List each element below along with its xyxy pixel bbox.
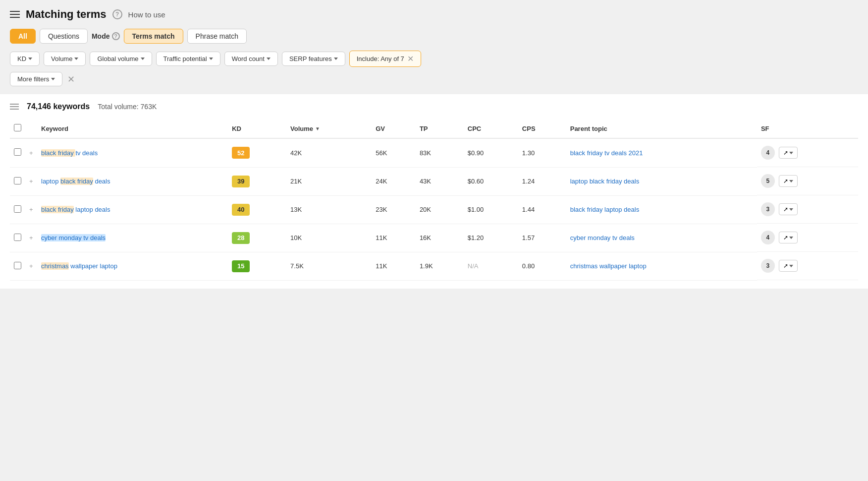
sf-cell: 4➚ xyxy=(757,224,858,252)
clear-filters-icon[interactable]: ✕ xyxy=(67,74,75,85)
sf-cell: 5➚ xyxy=(757,167,858,195)
trend-icon: ➚ xyxy=(783,234,788,241)
parent-topic-cell: cyber monday tv deals xyxy=(566,224,757,252)
filter-word-count[interactable]: Word count xyxy=(224,52,278,66)
chevron-down-icon xyxy=(789,208,793,211)
keyword-cell: cyber monday tv deals xyxy=(37,224,228,252)
filter-traffic-potential[interactable]: Traffic potential xyxy=(156,52,220,66)
help-icon[interactable]: ? xyxy=(112,9,122,19)
keyword-link[interactable]: black friday laptop deals xyxy=(41,206,110,213)
filter-global-volume[interactable]: Global volume xyxy=(90,52,152,66)
mode-help-icon[interactable]: ? xyxy=(112,32,120,40)
keyword-link[interactable]: christmas wallpaper laptop xyxy=(41,262,117,270)
sort-arrow-icon: ▼ xyxy=(315,126,320,131)
filter-volume[interactable]: Volume xyxy=(44,52,86,66)
parent-topic-link[interactable]: christmas wallpaper laptop xyxy=(570,262,647,270)
parent-topic-cell: laptop black friday deals xyxy=(566,167,757,195)
chevron-down-icon xyxy=(789,237,793,239)
cpc-cell: $0.60 xyxy=(464,167,518,195)
tab-terms-match[interactable]: Terms match xyxy=(124,29,183,44)
kd-cell: 52 xyxy=(228,138,286,167)
cps-cell: 1.30 xyxy=(518,138,566,167)
select-all-checkbox[interactable] xyxy=(14,124,21,131)
chevron-down-icon xyxy=(74,58,78,60)
how-to-use-link[interactable]: How to use xyxy=(128,10,165,19)
chevron-down-icon xyxy=(789,180,793,182)
sf-badge: 5 xyxy=(761,174,775,188)
cps-cell: 0.80 xyxy=(518,252,566,280)
col-header-gv: GV xyxy=(372,119,416,138)
gv-cell: 56K xyxy=(372,138,416,167)
trend-button[interactable]: ➚ xyxy=(779,260,798,272)
table-row: +christmas wallpaper laptop157.5K11K1.9K… xyxy=(10,252,858,280)
keywords-count: 74,146 keywords xyxy=(27,102,90,111)
cpc-cell: $1.00 xyxy=(464,195,518,224)
sf-badge: 3 xyxy=(761,259,775,273)
chevron-down-icon xyxy=(267,58,271,60)
parent-topic-link[interactable]: black friday laptop deals xyxy=(570,206,639,213)
cpc-cell: $1.20 xyxy=(464,224,518,252)
chevron-down-icon xyxy=(209,58,213,60)
col-header-keyword: Keyword xyxy=(37,119,228,138)
tp-cell: 16K xyxy=(416,224,464,252)
tab-phrase-match[interactable]: Phrase match xyxy=(187,29,247,44)
volume-cell: 21K xyxy=(286,167,372,195)
parent-topic-link[interactable]: laptop black friday deals xyxy=(570,178,639,185)
table-row: +black friday tv deals5242K56K83K$0.901.… xyxy=(10,138,858,167)
page-title: Matching terms xyxy=(26,8,107,21)
tab-questions[interactable]: Questions xyxy=(40,29,88,44)
sf-cell: 4➚ xyxy=(757,139,858,167)
close-icon[interactable]: ✕ xyxy=(407,54,414,63)
keyword-link[interactable]: black friday tv deals xyxy=(41,149,98,157)
trend-icon: ➚ xyxy=(783,149,788,156)
sf-cell: 3➚ xyxy=(757,252,858,280)
kd-cell: 40 xyxy=(228,195,286,224)
sf-badge: 3 xyxy=(761,202,775,216)
table-row: +cyber monday tv deals2810K11K16K$1.201.… xyxy=(10,224,858,252)
add-keyword-button[interactable]: + xyxy=(25,224,37,252)
add-keyword-button[interactable]: + xyxy=(25,195,37,224)
kd-cell: 15 xyxy=(228,252,286,280)
filter-kd[interactable]: KD xyxy=(10,52,40,66)
gv-cell: 23K xyxy=(372,195,416,224)
trend-button[interactable]: ➚ xyxy=(779,232,798,243)
keyword-link[interactable]: cyber monday tv deals xyxy=(41,234,106,241)
keyword-cell: christmas wallpaper laptop xyxy=(37,252,228,280)
row-checkbox[interactable] xyxy=(14,148,21,156)
row-checkbox[interactable] xyxy=(14,177,21,184)
filter-include-any[interactable]: Include: Any of 7 ✕ xyxy=(349,51,421,67)
trend-button[interactable]: ➚ xyxy=(779,175,798,187)
tp-cell: 1.9K xyxy=(416,252,464,280)
filter-more-filters[interactable]: More filters xyxy=(10,72,62,86)
parent-topic-link[interactable]: cyber monday tv deals xyxy=(570,234,635,241)
keywords-table: Keyword KD Volume ▼ GV TP CPC CPS Parent… xyxy=(10,119,858,281)
trend-button[interactable]: ➚ xyxy=(779,203,798,215)
trend-button[interactable]: ➚ xyxy=(779,147,798,159)
col-header-volume[interactable]: Volume ▼ xyxy=(286,119,372,138)
gv-cell: 11K xyxy=(372,252,416,280)
sf-cell: 3➚ xyxy=(757,195,858,224)
kd-cell: 39 xyxy=(228,167,286,195)
row-checkbox[interactable] xyxy=(14,262,21,269)
tp-cell: 20K xyxy=(416,195,464,224)
row-checkbox[interactable] xyxy=(14,234,21,241)
gv-cell: 11K xyxy=(372,224,416,252)
parent-topic-link[interactable]: black friday tv deals 2021 xyxy=(570,149,643,157)
grid-view-icon[interactable] xyxy=(10,104,19,110)
tp-cell: 83K xyxy=(416,138,464,167)
table-row: +laptop black friday deals3921K24K43K$0.… xyxy=(10,167,858,195)
row-checkbox[interactable] xyxy=(14,205,21,213)
tab-all[interactable]: All xyxy=(10,29,36,44)
hamburger-menu-icon[interactable] xyxy=(10,11,20,18)
filter-serp-features[interactable]: SERP features xyxy=(282,52,345,66)
chevron-down-icon xyxy=(789,265,793,267)
add-keyword-button[interactable]: + xyxy=(25,167,37,195)
mode-label: Mode ? xyxy=(92,32,120,40)
add-keyword-button[interactable]: + xyxy=(25,138,37,167)
cps-cell: 1.57 xyxy=(518,224,566,252)
volume-cell: 10K xyxy=(286,224,372,252)
keyword-cell: black friday tv deals xyxy=(37,138,228,167)
col-header-kd: KD xyxy=(228,119,286,138)
keyword-link[interactable]: laptop black friday deals xyxy=(41,178,110,185)
add-keyword-button[interactable]: + xyxy=(25,252,37,280)
